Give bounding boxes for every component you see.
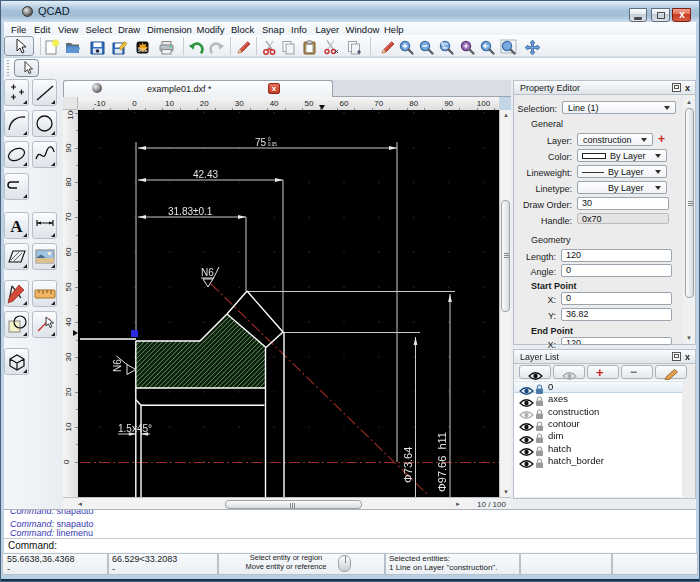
svg-text:31.83±0.1: 31.83±0.1 [168, 206, 213, 217]
svg-text:N6: N6 [112, 359, 123, 372]
svg-text:Φ97.66 h11: Φ97.66 h11 [436, 432, 448, 492]
svg-text:42.43: 42.43 [193, 169, 218, 180]
svg-text:0.05: 0.05 [268, 142, 277, 147]
svg-text:A: A [10, 217, 23, 236]
svg-text:75: 75 [255, 137, 267, 148]
svg-text:Φ73.64: Φ73.64 [402, 447, 414, 483]
svg-text:N6: N6 [201, 267, 214, 278]
svg-text:SVG: SVG [138, 48, 148, 53]
svg-text:1.5x45°: 1.5x45° [118, 423, 152, 434]
